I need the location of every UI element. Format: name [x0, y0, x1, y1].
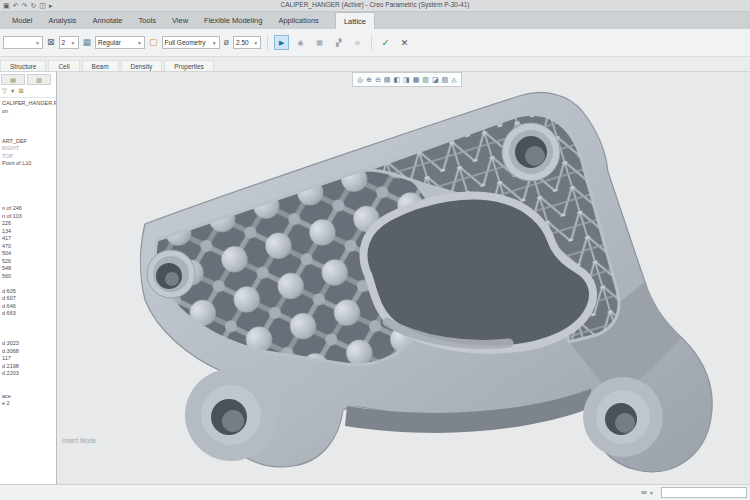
tree-item[interactable]: 526	[0, 258, 56, 266]
navigator-tabs: ▤▥	[0, 72, 56, 86]
tab-annotate[interactable]: Annotate	[84, 12, 130, 29]
beam-diameter-icon: ø	[224, 38, 230, 47]
ribbon-tabs: ModelAnalysisAnnotateToolsViewFlexible M…	[4, 12, 327, 29]
tree-item	[0, 190, 56, 198]
panel-tab-structure[interactable]: Structure	[0, 60, 46, 71]
chevron-down-icon: ▼	[35, 40, 40, 46]
tree-item[interactable]: n of 246	[0, 205, 56, 213]
tree-item[interactable]: 560	[0, 273, 56, 281]
tree-item[interactable]: 417	[0, 235, 56, 243]
main-area: ▤▥ ▽▾⊞ CALIPER_HANGER.PRTonART_DEFRIGHTT…	[0, 72, 750, 484]
repaint-icon[interactable]: ▤	[384, 76, 391, 83]
preview-glasses-button[interactable]: ∞	[350, 35, 365, 50]
tree-item	[0, 378, 56, 386]
model-tree-panel: ▤▥ ▽▾⊞ CALIPER_HANGER.PRTonART_DEFRIGHTT…	[0, 72, 57, 484]
tree-item[interactable]: d 3023	[0, 340, 56, 348]
tree-tool-icon-1[interactable]: ▾	[11, 87, 14, 95]
search-input[interactable]	[661, 487, 747, 498]
tab-analysis[interactable]: Analysis	[40, 12, 84, 29]
tab-applications[interactable]: Applications	[270, 12, 326, 29]
representation-select[interactable]: Full Geometry▼	[162, 36, 220, 49]
preview-play-button[interactable]: ▶	[274, 35, 289, 50]
tree-item[interactable]: d 607	[0, 295, 56, 303]
tree-item	[0, 175, 56, 183]
in-graphics-toolbar: ◎⊕⊖▤◧◨▦▥◪▧◬	[352, 72, 462, 87]
tree-item[interactable]: n of 103	[0, 213, 56, 221]
tab-flexible-modeling[interactable]: Flexible Modeling	[196, 12, 270, 29]
lattice-type-select[interactable]: ▼	[3, 36, 43, 49]
panel-tab-properties[interactable]: Properties	[164, 60, 214, 71]
tree-item[interactable]: d 2203	[0, 370, 56, 378]
cell-type-select[interactable]: Regular▼	[95, 36, 145, 49]
tree-item[interactable]: TOP	[0, 153, 56, 161]
window-title: CALIPER_HANGER (Active) - Creo Parametri…	[0, 1, 750, 8]
search-binoculars-icon[interactable]: ∞ ▼	[641, 488, 654, 497]
refit-icon[interactable]: ◎	[357, 76, 363, 83]
tree-item	[0, 333, 56, 341]
datum-display-icon[interactable]: ◪	[432, 76, 439, 83]
tree-tool-icon-2[interactable]: ⊞	[18, 87, 23, 95]
levels-stepper[interactable]: 2▼	[59, 36, 79, 49]
tree-item	[0, 123, 56, 131]
navigator-tab-icon-1[interactable]: ▥	[27, 74, 51, 85]
spin-center-icon[interactable]: ◬	[451, 76, 456, 83]
chevron-down-icon: ▼	[71, 40, 76, 46]
view-manager-icon[interactable]: ▥	[422, 76, 429, 83]
tab-view[interactable]: View	[164, 12, 196, 29]
eye-icon[interactable]: ◉	[293, 35, 308, 50]
tree-item[interactable]: 226	[0, 220, 56, 228]
tree-item[interactable]: 117	[0, 355, 56, 363]
saved-orientations-icon[interactable]: ▦	[413, 76, 420, 83]
tree-item[interactable]: d 646	[0, 303, 56, 311]
tree-item[interactable]: RIGHT	[0, 145, 56, 153]
ok-button[interactable]: ✓	[378, 35, 393, 50]
annotation-display-icon[interactable]: ▧	[442, 76, 449, 83]
tree-item	[0, 280, 56, 288]
model-tree-list: CALIPER_HANGER.PRTonART_DEFRIGHTTOPPoint…	[0, 98, 56, 408]
tree-item[interactable]: 548	[0, 265, 56, 273]
shading-icon[interactable]: ◧	[393, 76, 400, 83]
tree-item[interactable]: 134	[0, 228, 56, 236]
chevron-down-icon: ▼	[212, 40, 217, 46]
chevron-down-icon: ▼	[137, 40, 142, 46]
tree-item[interactable]: Point of L10	[0, 160, 56, 168]
graphics-area[interactable]: ◎⊕⊖▤◧◨▦▥◪▧◬	[57, 72, 750, 484]
tree-item[interactable]: d 605	[0, 288, 56, 296]
tree-tool-icon-0[interactable]: ▽	[2, 87, 7, 95]
tree-item	[0, 183, 56, 191]
tree-item[interactable]: d 3068	[0, 348, 56, 356]
tree-item	[0, 325, 56, 333]
insert-mode-label: Insert Mode	[62, 437, 96, 444]
tab-model[interactable]: Model	[4, 12, 40, 29]
panel-tab-cell[interactable]: Cell	[48, 60, 79, 71]
tree-item[interactable]: d 2198	[0, 363, 56, 371]
ribbon-separator	[267, 35, 268, 51]
lattice-dashboard: ▼ ⊠ 2▼ ▦ Regular▼ ▢ Full Geometry▼ ø 2.5…	[0, 29, 750, 57]
tab-lattice[interactable]: Lattice	[335, 12, 375, 29]
ribbon-separator	[371, 35, 372, 51]
representation-icon: ▢	[149, 38, 158, 47]
zoom-out-icon[interactable]: ⊖	[375, 76, 381, 83]
navigator-tab-icon-0[interactable]: ▤	[1, 74, 25, 85]
tree-item[interactable]: on	[0, 108, 56, 116]
panel-tab-density[interactable]: Density	[121, 60, 163, 71]
beam-diameter-select[interactable]: 2.50▼	[233, 36, 261, 49]
tree-item[interactable]: ace	[0, 393, 56, 401]
grid-display-button[interactable]: ▦	[312, 35, 327, 50]
model-caliper-hanger[interactable]	[57, 72, 749, 484]
tree-item[interactable]: d 663	[0, 310, 56, 318]
zoom-in-icon[interactable]: ⊕	[366, 76, 372, 83]
chevron-down-icon: ▼	[649, 490, 654, 496]
split-view-button[interactable]: ▞	[331, 35, 346, 50]
tree-item[interactable]: 470	[0, 243, 56, 251]
panel-tab-beam[interactable]: Beam	[82, 60, 119, 71]
tree-item[interactable]: CALIPER_HANGER.PRT	[0, 100, 56, 108]
tree-item	[0, 115, 56, 123]
tree-item[interactable]: e 2	[0, 400, 56, 408]
tree-item[interactable]: 504	[0, 250, 56, 258]
cancel-button[interactable]: ✕	[397, 35, 412, 50]
status-bar: ∞ ▼	[0, 484, 750, 500]
tree-item[interactable]: ART_DEF	[0, 138, 56, 146]
display-style-icon[interactable]: ◨	[403, 76, 410, 83]
tab-tools[interactable]: Tools	[130, 12, 164, 29]
